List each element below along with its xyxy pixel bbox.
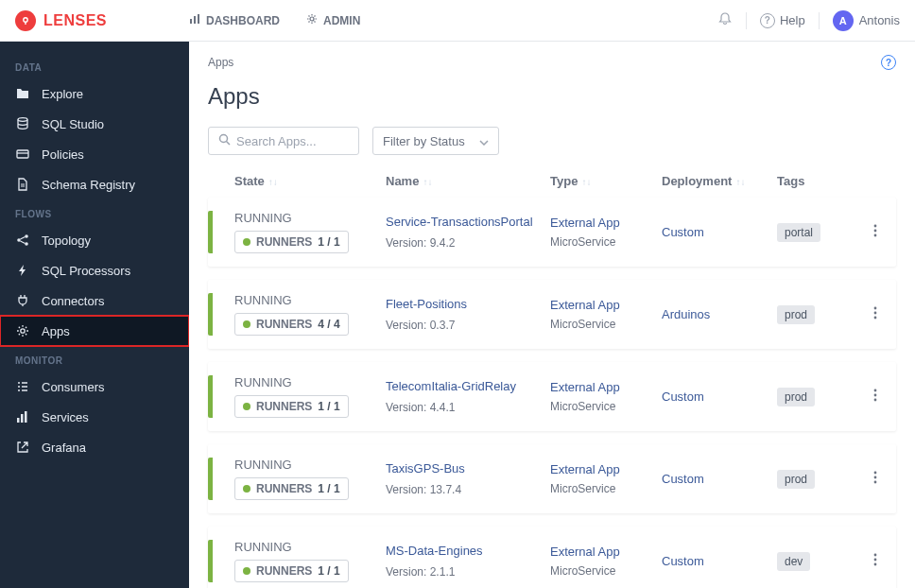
row-status-accent [208,375,213,418]
app-version: Version: 9.4.2 [386,236,550,250]
svg-point-18 [874,225,877,228]
deployment-link[interactable]: Custom [662,472,777,486]
type-link[interactable]: External App [550,298,662,312]
cell-deployment: Custom [662,472,777,486]
col-header-state[interactable]: State↑↓ [234,174,386,188]
sort-icon: ↑↓ [423,177,432,187]
sidebar-item-policies[interactable]: Policies [0,139,189,169]
svg-point-29 [874,481,877,484]
search-input[interactable]: Search Apps... [208,127,359,155]
svg-point-19 [874,230,877,233]
sidebar-item-schema-registry[interactable]: Schema Registry [0,169,189,199]
cell-deployment: Custom [662,554,777,568]
type-subtype: MicroService [550,318,662,331]
sidebar-item-label: Topology [42,233,91,248]
col-header-name[interactable]: Name↑↓ [386,174,550,188]
svg-point-28 [874,476,877,479]
cell-name: Fleet-Positions Version: 0.3.7 [386,297,550,332]
svg-rect-7 [17,150,28,158]
svg-point-31 [874,559,877,562]
help-icon: ? [760,13,775,28]
row-actions-menu[interactable] [870,220,881,244]
sidebar-item-label: Apps [42,324,70,338]
app-name-link[interactable]: Service-TransactionsPortal [386,215,550,231]
sidebar-item-consumers[interactable]: Consumers [0,372,189,402]
deployment-link[interactable]: Custom [662,554,777,568]
type-link[interactable]: External App [550,462,662,476]
row-actions-menu[interactable] [870,467,881,491]
status-dot-icon [243,485,250,493]
sidebar-item-apps[interactable]: Apps [0,316,189,346]
bell-icon[interactable] [717,11,733,29]
svg-point-20 [874,234,877,237]
app-name-link[interactable]: TaxisGPS-Bus [386,461,550,477]
sidebar-section-title: FLOWS [0,199,189,225]
type-link[interactable]: External App [550,380,662,394]
sidebar-item-topology[interactable]: Topology [0,225,189,255]
row-actions-menu[interactable] [870,385,881,408]
user-name: Antonis [859,13,900,27]
sidebar-item-sql-processors[interactable]: SQL Processors [0,255,189,285]
status-filter-dropdown[interactable]: Filter by Status [372,127,499,155]
svg-point-23 [874,317,877,320]
svg-rect-14 [21,414,24,423]
state-text: RUNNING [234,375,386,389]
app-version: Version: 4.4.1 [386,401,550,414]
state-text: RUNNING [234,540,386,554]
app-name-link[interactable]: TelecomItalia-GridRelay [386,379,550,395]
col-header-type[interactable]: Type↑↓ [550,174,662,188]
table-header: State↑↓ Name↑↓ Type↑↓ Deployment↑↓ Tags [208,174,896,198]
app-name-link[interactable]: MS-Data-Engines [386,544,550,560]
row-actions-menu[interactable] [870,303,881,326]
app-version: Version: 0.3.7 [386,319,550,332]
cell-deployment: Arduinos [662,307,777,321]
nav-dashboard-label: DASHBOARD [206,14,280,27]
svg-rect-13 [17,418,20,423]
help-label: Help [780,13,805,27]
sidebar-item-sql-studio[interactable]: SQL Studio [0,109,189,139]
svg-point-30 [874,554,877,557]
svg-line-17 [227,142,231,146]
nav-dashboard[interactable]: DASHBOARD [189,13,280,27]
deployment-link[interactable]: Custom [662,225,777,239]
top-navigation: DASHBOARD ADMIN [189,13,360,27]
status-dot-icon [243,238,250,246]
sidebar-item-grafana[interactable]: Grafana [0,432,189,462]
deployment-link[interactable]: Custom [662,389,777,404]
table-row: RUNNING RUNNERS 1 / 1 TaxisGPS-Bus Versi… [208,444,896,513]
app-name-link[interactable]: Fleet-Positions [386,297,550,313]
cell-state: RUNNING RUNNERS 1 / 1 [234,540,386,582]
filter-bar: Search Apps... Filter by Status [208,127,896,155]
svg-point-12 [21,329,25,333]
cell-tags: dev [777,552,851,571]
col-header-tags: Tags [777,174,851,188]
sidebar-section-title: DATA [0,53,189,78]
deployment-link[interactable]: Arduinos [662,307,777,321]
row-actions-menu[interactable] [870,549,881,573]
state-text: RUNNING [234,293,386,307]
card-icon [15,147,30,162]
runners-badge: RUNNERS 4 / 4 [234,313,349,336]
cell-tags: prod [777,470,851,489]
sort-icon: ↑↓ [581,177,591,187]
user-menu[interactable]: A Antonis [833,10,900,31]
nav-admin[interactable]: ADMIN [306,13,360,27]
sidebar-item-connectors[interactable]: Connectors [0,285,189,316]
row-status-accent [208,293,213,336]
status-dot-icon [243,320,250,328]
col-header-deployment[interactable]: Deployment↑↓ [662,174,777,188]
share-icon [15,233,30,248]
sidebar-item-services[interactable]: Services [0,402,189,432]
svg-point-5 [310,17,314,21]
type-link[interactable]: External App [550,216,662,230]
brand-logo[interactable]: LENSES [15,10,189,31]
external-icon [15,440,30,455]
page-help-icon[interactable]: ? [881,55,896,70]
type-link[interactable]: External App [550,545,662,559]
bolt-icon [15,263,30,278]
search-placeholder: Search Apps... [236,134,317,148]
state-text: RUNNING [234,211,386,225]
help-link[interactable]: ? Help [760,13,805,28]
chevron-down-icon [479,134,489,148]
sidebar-item-explore[interactable]: Explore [0,78,189,109]
